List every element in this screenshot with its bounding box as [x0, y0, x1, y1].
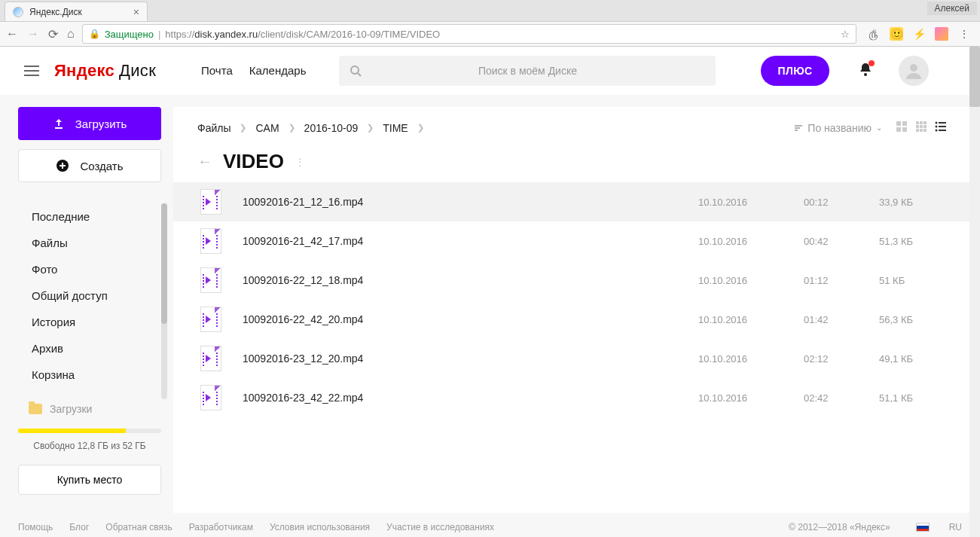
ext-icon-4[interactable] — [935, 27, 948, 41]
lock-icon: 🔒 — [89, 29, 100, 39]
sidebar-scrollbar[interactable] — [161, 203, 167, 399]
avatar[interactable] — [899, 56, 929, 86]
folder-title: VIDEO — [223, 150, 284, 173]
svg-rect-23 — [939, 130, 946, 131]
svg-rect-12 — [916, 125, 919, 128]
footer-devs[interactable]: Разработчикам — [189, 522, 253, 532]
view-switcher — [896, 121, 947, 135]
more-icon[interactable]: ⋮ — [295, 156, 305, 168]
page-scrollbar[interactable] — [969, 47, 980, 537]
storage-bar — [18, 429, 161, 433]
nav-calendar[interactable]: Календарь — [249, 64, 307, 77]
page-scrollbar-thumb[interactable] — [969, 47, 980, 107]
omnibox[interactable]: 🔒 Защищено | https://disk.yandex.ru/clie… — [82, 24, 856, 44]
video-file-icon — [200, 189, 221, 215]
view-large-tiles-icon[interactable] — [896, 121, 908, 135]
file-name: 10092016-21_12_16.mp4 — [243, 196, 698, 208]
video-file-icon — [200, 385, 221, 410]
footer-research[interactable]: Участие в исследованиях — [386, 522, 494, 532]
search-input[interactable]: Поиск в моём Диске — [339, 56, 716, 86]
footer: Помощь Блог Обратная связь Разработчикам… — [0, 513, 980, 537]
svg-line-1 — [358, 73, 361, 76]
file-time: 00:12 — [804, 197, 879, 208]
nav-mail[interactable]: Почта — [201, 64, 233, 77]
chevron-down-icon: ⌄ — [876, 124, 882, 132]
file-row[interactable]: 10092016-21_12_16.mp4 10.10.2016 00:12 3… — [173, 182, 971, 221]
file-row[interactable]: 10092016-23_12_20.mp4 10.10.2016 02:12 4… — [173, 339, 971, 378]
chevron-right-icon: ❯ — [289, 123, 295, 133]
sidebar-item-recent[interactable]: Последние — [18, 203, 164, 230]
svg-point-0 — [351, 66, 359, 74]
plus-circle-icon — [56, 159, 69, 172]
svg-rect-7 — [896, 127, 901, 132]
file-size: 51 КБ — [879, 275, 947, 286]
sort-control[interactable]: По названию ⌄ — [794, 122, 882, 134]
view-small-tiles-icon[interactable] — [915, 121, 927, 135]
sidebar-item-history[interactable]: История — [18, 309, 164, 335]
file-row[interactable]: 10092016-22_42_20.mp4 10.10.2016 01:42 5… — [173, 300, 971, 339]
notifications-icon[interactable] — [858, 62, 873, 79]
upload-button[interactable]: Загрузить — [18, 107, 161, 140]
footer-terms[interactable]: Условия использования — [270, 522, 370, 532]
file-date: 10.10.2016 — [698, 236, 804, 247]
crumb-cam[interactable]: CAM — [255, 122, 279, 134]
sidebar-scrollbar-thumb[interactable] — [161, 203, 167, 324]
svg-point-22 — [936, 130, 938, 132]
svg-rect-15 — [916, 129, 919, 132]
footer-help[interactable]: Помощь — [18, 522, 53, 532]
logo[interactable]: Яндекс Диск — [54, 61, 156, 81]
sidebar-item-files[interactable]: Файлы — [18, 230, 164, 256]
search-icon — [350, 65, 362, 77]
secure-label: Защищено — [105, 29, 154, 40]
sort-icon — [794, 124, 803, 133]
svg-rect-17 — [924, 129, 927, 132]
browser-tab[interactable]: Яндекс.Диск × — [5, 2, 148, 21]
bookmark-star-icon[interactable]: ☆ — [841, 29, 850, 40]
crumb-time[interactable]: TIME — [383, 122, 408, 134]
separator: | — [158, 29, 160, 40]
sidebar-item-shared[interactable]: Общий доступ — [18, 282, 164, 309]
logo-disk: Диск — [119, 61, 156, 81]
url-path: /client/disk/CAM/2016-10-09/TIME/VIDEO — [258, 29, 440, 40]
svg-rect-11 — [924, 121, 927, 124]
footer-lang[interactable]: RU — [949, 522, 962, 532]
footer-blog[interactable]: Блог — [69, 522, 89, 532]
create-button[interactable]: Создать — [18, 149, 161, 182]
plus-button[interactable]: ПЛЮС — [761, 56, 829, 86]
svg-rect-16 — [920, 129, 923, 132]
buy-storage-button[interactable]: Купить место — [18, 465, 161, 495]
url-host: disk.yandex.ru — [194, 29, 258, 40]
svg-rect-13 — [920, 125, 923, 128]
sort-label: По названию — [808, 122, 872, 134]
chrome-profile-chip[interactable]: Алексей — [927, 2, 977, 15]
file-row[interactable]: 10092016-23_42_22.mp4 10.10.2016 02:42 5… — [173, 378, 971, 417]
sidebar-item-archive[interactable]: Архив — [18, 335, 164, 362]
svg-point-3 — [910, 64, 917, 72]
sidebar-item-photo[interactable]: Фото — [18, 256, 164, 282]
reload-icon[interactable]: ⟳ — [48, 27, 58, 41]
back-icon[interactable]: ← — [6, 27, 18, 41]
crumb-date[interactable]: 2016-10-09 — [304, 122, 359, 134]
sidebar-folder-downloads[interactable]: Загрузки — [18, 397, 164, 421]
chrome-menu-icon[interactable]: ⋮ — [957, 27, 971, 41]
sidebar-item-trash[interactable]: Корзина — [18, 362, 164, 388]
ext-icon-3[interactable]: ⚡ — [912, 27, 926, 41]
top-nav: Почта Календарь — [201, 64, 306, 77]
folder-label: Загрузки — [50, 403, 92, 415]
back-arrow-icon[interactable]: ← — [197, 153, 212, 170]
tab-close-icon[interactable]: × — [133, 6, 139, 18]
file-name: 10092016-22_42_20.mp4 — [243, 313, 698, 325]
view-list-icon[interactable] — [935, 121, 947, 135]
ext-icon-1[interactable]: ௹ — [867, 27, 881, 41]
file-name: 10092016-23_42_22.mp4 — [243, 392, 698, 404]
footer-copyright: © 2012—2018 «Яндекс» — [789, 522, 890, 532]
file-row[interactable]: 10092016-21_42_17.mp4 10.10.2016 00:42 5… — [173, 221, 971, 261]
footer-feedback[interactable]: Обратная связь — [105, 522, 172, 532]
ext-icon-2[interactable]: 🙂 — [890, 27, 903, 41]
home-icon[interactable]: ⌂ — [67, 27, 75, 41]
content: Загрузить Создать Последние Файлы Фото О… — [0, 95, 980, 513]
menu-burger-icon[interactable] — [24, 66, 39, 76]
file-date: 10.10.2016 — [698, 353, 804, 365]
crumb-root[interactable]: Файлы — [197, 122, 230, 134]
file-row[interactable]: 10092016-22_12_18.mp4 10.10.2016 01:12 5… — [173, 261, 971, 300]
